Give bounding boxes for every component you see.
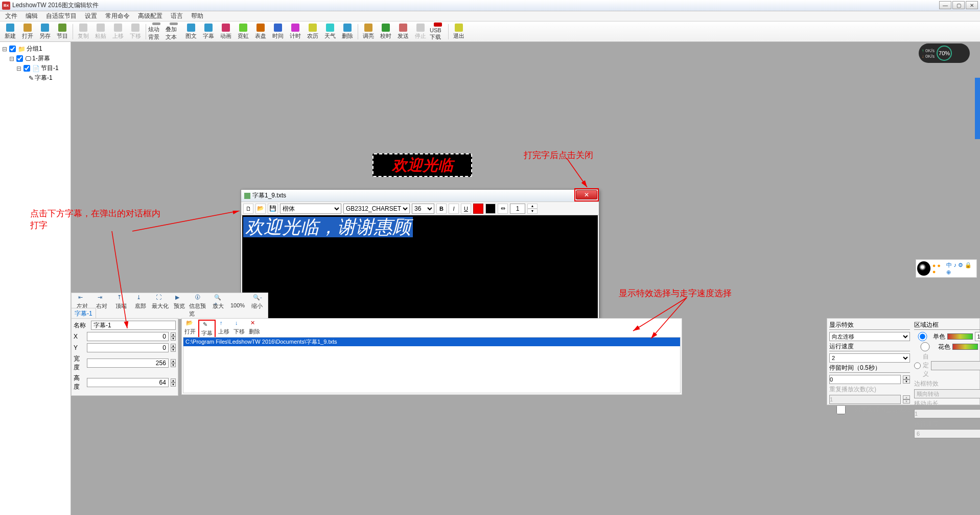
- fp-up[interactable]: ↑上移: [217, 320, 231, 335]
- dialog-titlebar[interactable]: 字幕1_9.txts ✕: [241, 190, 599, 202]
- toolbar-退出[interactable]: 退出: [451, 23, 467, 41]
- app-title: LedshowTW 2016图文编辑软件: [12, 1, 99, 10]
- toolbar-图文[interactable]: 图文: [183, 23, 199, 41]
- spacing-up[interactable]: ▲: [527, 204, 538, 209]
- dialog-close-highlight: ✕: [574, 188, 599, 201]
- dialog-close-button[interactable]: ✕: [576, 190, 597, 199]
- fp-open[interactable]: 📂打开: [183, 320, 197, 335]
- spacing-down[interactable]: ▼: [527, 209, 538, 214]
- menu-help[interactable]: 帮助: [188, 11, 206, 21]
- new-file-icon[interactable]: 🗋: [243, 204, 253, 214]
- tree-panel: ⊟📁分组1 ⊟🖵1-屏幕 ⊟📄节目-1 ✎字幕-1: [0, 42, 71, 515]
- fontsize-select[interactable]: 36: [412, 204, 434, 214]
- toolbar-字幕[interactable]: 字幕: [200, 23, 217, 41]
- tree-program[interactable]: ⊟📄节目-1: [2, 63, 68, 73]
- viewtool-底部[interactable]: ⤓底部: [131, 294, 150, 318]
- speed-select[interactable]: 2: [829, 353, 910, 363]
- prop-y[interactable]: [87, 343, 169, 352]
- minimize-button[interactable]: —: [939, 1, 951, 9]
- viewtool-顶端[interactable]: ⤒顶端: [111, 294, 131, 318]
- bold-button[interactable]: B: [436, 204, 447, 214]
- tree-subtitle[interactable]: ✎字幕-1: [2, 73, 68, 83]
- led-text: 欢迎光临: [392, 155, 453, 176]
- menu-file[interactable]: 文件: [2, 11, 20, 21]
- font-select[interactable]: 楷体: [280, 204, 341, 214]
- file-list[interactable]: C:\Program Files\LedshowTW 2016\Document…: [183, 337, 681, 393]
- close-button[interactable]: ✕: [966, 1, 978, 9]
- save-file-icon[interactable]: 💾: [268, 204, 278, 214]
- menu-language[interactable]: 语言: [168, 11, 186, 21]
- spacing-icon[interactable]: ⇔: [498, 204, 508, 214]
- window-controls: — ▢ ✕: [939, 1, 978, 9]
- qq-widget[interactable]: ● ● ● 中 ♪ ⚙ 🔒 ⊕: [916, 259, 977, 278]
- toolbar-天气[interactable]: 天气: [322, 23, 338, 41]
- viewtool-信息预览[interactable]: 🛈信息预览: [189, 294, 208, 318]
- spacing-input[interactable]: [510, 204, 525, 214]
- toolbar-调亮[interactable]: 调亮: [360, 23, 377, 41]
- prop-width[interactable]: [87, 359, 169, 368]
- toolbar-上移: 上移: [110, 23, 126, 41]
- italic-button[interactable]: I: [449, 204, 459, 214]
- fp-delete[interactable]: ✕删除: [247, 320, 262, 335]
- toolbar-打开[interactable]: 打开: [19, 23, 36, 41]
- toolbar-炫动背景[interactable]: 炫动背景: [148, 23, 165, 41]
- border-flower-radio[interactable]: [914, 342, 936, 351]
- menu-advanced[interactable]: 高级配置: [135, 11, 166, 21]
- prop-x[interactable]: [87, 332, 169, 341]
- toolbar-新建[interactable]: 新建: [2, 23, 18, 41]
- viewtool-放大[interactable]: 🔍+放大: [208, 294, 228, 318]
- viewtool-预览[interactable]: ▶预览: [170, 294, 189, 318]
- dialog-icon: [244, 193, 250, 199]
- menu-autofit[interactable]: 自适应节目: [43, 11, 80, 21]
- fp-down[interactable]: ↓下移: [232, 320, 246, 335]
- border-single-radio[interactable]: [914, 332, 931, 341]
- toolbar-发送[interactable]: 发送: [395, 23, 411, 41]
- file-row[interactable]: C:\Program Files\LedshowTW 2016\Document…: [183, 338, 680, 346]
- main-area: ⊟📁分组1 ⊟🖵1-屏幕 ⊟📄节目-1 ✎字幕-1 ↑ 0K/s ↓ 0K/s …: [0, 42, 980, 515]
- right-edge-indicator: [975, 78, 980, 139]
- toolbar-计时[interactable]: 计时: [287, 23, 304, 41]
- toolbar-表盘[interactable]: 表盘: [252, 23, 269, 41]
- underline-button[interactable]: U: [461, 204, 471, 214]
- tree-group-check[interactable]: [9, 46, 16, 52]
- toolbar-校时[interactable]: 校时: [378, 23, 394, 41]
- network-percent: 70%: [937, 46, 952, 61]
- tree-program-check[interactable]: [24, 65, 30, 72]
- toolbar-叠加文本[interactable]: 叠加文本: [166, 23, 182, 41]
- fp-subtitle[interactable]: ✎字幕: [200, 321, 214, 337]
- menu-bar: 文件 编辑 自适应节目 设置 常用命令 高级配置 语言 帮助: [0, 11, 980, 21]
- toolbar-删除[interactable]: 删除: [339, 23, 356, 41]
- viewtool-缩小[interactable]: 🔍-缩小: [247, 294, 267, 318]
- menu-settings[interactable]: 设置: [82, 11, 100, 21]
- effect-select[interactable]: 向左连移: [829, 332, 910, 341]
- menu-edit[interactable]: 编辑: [22, 11, 41, 21]
- fp-subtitle-highlight: ✎字幕: [198, 320, 216, 339]
- tree-screen-check[interactable]: [16, 55, 23, 62]
- toolbar-另存[interactable]: 另存: [37, 23, 53, 41]
- tree-group[interactable]: ⊟📁分组1: [2, 44, 68, 54]
- color-black-button[interactable]: [485, 204, 496, 214]
- maximize-button[interactable]: ▢: [952, 1, 965, 9]
- toolbar-霓虹[interactable]: 霓虹: [235, 23, 251, 41]
- toolbar-节目[interactable]: 节目: [54, 23, 71, 41]
- arrow-to-close: [562, 155, 602, 191]
- settings-panel: 显示特效 向左连移 运行速度 2 停留时间（0.5秒） ▲▼ 重复播放次数(次)…: [827, 318, 980, 405]
- charset-select[interactable]: GB2312_CHARSET: [343, 204, 410, 214]
- toolbar-粘贴: 粘贴: [92, 23, 109, 41]
- stay-input[interactable]: [829, 375, 901, 384]
- prop-name[interactable]: [91, 321, 176, 330]
- color-red-button[interactable]: [473, 204, 483, 214]
- annotation-bottomright: 显示特效选择与走字速度选择: [619, 287, 732, 299]
- menu-common[interactable]: 常用命令: [102, 11, 133, 21]
- toolbar-农历[interactable]: 农历: [305, 23, 321, 41]
- viewtool-最大化[interactable]: ⛶最大化: [150, 294, 170, 318]
- repeat-input: [829, 395, 901, 404]
- toolbar-动画[interactable]: 动画: [218, 23, 234, 41]
- toolbar-时间[interactable]: 时间: [270, 23, 286, 41]
- prop-height[interactable]: [87, 378, 169, 387]
- single-val[interactable]: 1: [975, 332, 981, 341]
- toolbar-USB下载[interactable]: USB下载: [430, 23, 446, 41]
- viewtool-100%[interactable]: 100%: [228, 294, 247, 318]
- tree-screen[interactable]: ⊟🖵1-屏幕: [2, 54, 68, 63]
- open-file-icon[interactable]: 📂: [255, 204, 266, 214]
